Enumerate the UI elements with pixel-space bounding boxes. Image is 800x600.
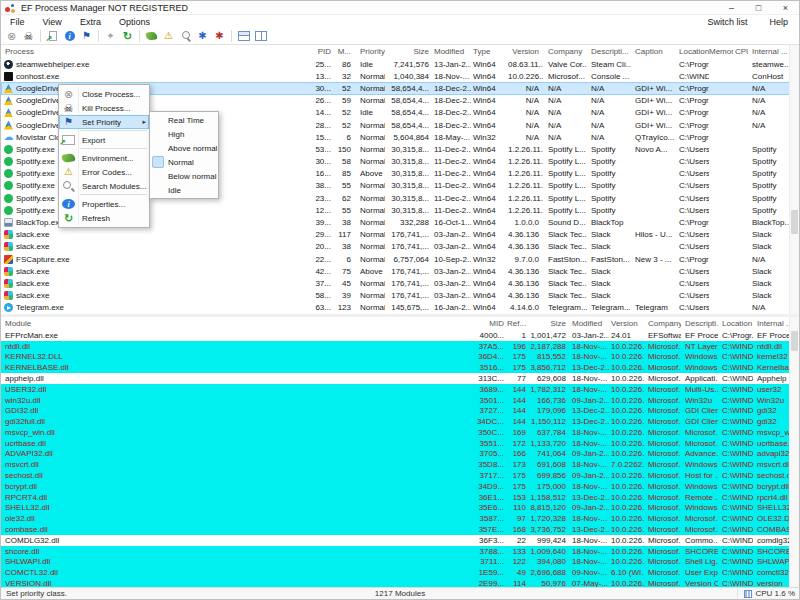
minimize-button[interactable]: – bbox=[718, 1, 745, 14]
process-vertical-scrollbar[interactable] bbox=[789, 45, 799, 314]
column-header-descripti[interactable]: Descripti... bbox=[681, 319, 718, 328]
split-horizontal-button[interactable] bbox=[235, 29, 252, 44]
kill-process-button[interactable] bbox=[20, 29, 37, 44]
menu-item-idle[interactable]: Idle bbox=[150, 183, 218, 197]
column-header-pid[interactable]: PID bbox=[291, 47, 333, 56]
module-row[interactable]: shcore.dll3788...1331,009,64018-Nov-...1… bbox=[1, 546, 799, 557]
column-header-size[interactable]: Size bbox=[529, 319, 569, 328]
menu-item-error-codes[interactable]: Error Codes... bbox=[59, 165, 149, 179]
column-header-location[interactable]: Location bbox=[718, 319, 753, 328]
menu-item-export[interactable]: Export bbox=[59, 133, 149, 147]
menu-item-normal[interactable]: Normal bbox=[150, 155, 218, 169]
column-header-size[interactable]: Size bbox=[385, 47, 431, 56]
module-row[interactable]: bcrypt.dll34D9...175175,00018-Nov-...10.… bbox=[1, 481, 799, 492]
module-row[interactable]: ucrtbase.dll3551...1721,133,72018-Nov-..… bbox=[1, 438, 799, 449]
module-row[interactable]: msvcrt.dll35D8...173691,60818-Nov-...7.0… bbox=[1, 459, 799, 470]
close-process-button[interactable] bbox=[3, 29, 20, 44]
close-button[interactable]: × bbox=[772, 1, 799, 14]
refresh-button[interactable] bbox=[119, 29, 136, 44]
split-vertical-button[interactable] bbox=[252, 29, 269, 44]
menu-file[interactable]: File bbox=[1, 17, 34, 27]
maximize-button[interactable]: □ bbox=[745, 1, 772, 14]
menu-item-real-time[interactable]: Real Time bbox=[150, 113, 218, 127]
module-row[interactable]: gdi32full.dll34DC...1441,150,11213-Dec-2… bbox=[1, 416, 799, 427]
scrollbar-thumb[interactable] bbox=[791, 331, 798, 351]
column-header-company[interactable]: Company bbox=[644, 319, 681, 328]
menu-item-properties[interactable]: Properties... bbox=[59, 197, 149, 211]
process-row[interactable]: slack.exe42...75Above n...176,741,...03-… bbox=[1, 265, 799, 277]
module-row[interactable]: EFPrcMan.exe4000...11,001,47203-Jan-2...… bbox=[1, 330, 799, 341]
pin-button[interactable] bbox=[102, 29, 119, 44]
column-header-descripti[interactable]: Descripti... bbox=[587, 47, 631, 56]
menu-help[interactable]: Help bbox=[758, 17, 799, 27]
module-row[interactable]: KERNEL32.DLL36D4...175815,55218-Nov-...1… bbox=[1, 352, 799, 363]
module-row[interactable]: COMCTL32.dll1E59...492,696,68809-Nov-...… bbox=[1, 567, 799, 578]
scrollbar-thumb[interactable] bbox=[791, 210, 798, 234]
processes-button[interactable] bbox=[194, 29, 211, 44]
column-header-memory[interactable]: Memory bbox=[709, 47, 733, 56]
menu-item-below-normal[interactable]: Below normal bbox=[150, 169, 218, 183]
menu-extra[interactable]: Extra bbox=[71, 17, 110, 27]
process-row[interactable]: Telegram.exe63...123Normal145,675,...16-… bbox=[1, 302, 799, 314]
column-header-modified[interactable]: Modified bbox=[569, 319, 609, 328]
column-header-type[interactable]: Type bbox=[471, 47, 508, 56]
process-row[interactable]: slack.exe37...45Normal176,741,...03-Jan-… bbox=[1, 277, 799, 289]
environment-button[interactable] bbox=[143, 29, 160, 44]
module-row[interactable]: ADVAPI32.dll3705...166741,06409-Jan-2...… bbox=[1, 449, 799, 460]
menu-options[interactable]: Options bbox=[110, 17, 159, 27]
cell: Microsof... bbox=[644, 514, 681, 523]
column-header-module[interactable]: Module bbox=[1, 319, 461, 328]
menu-item-search-modules[interactable]: Search Modules... bbox=[59, 179, 149, 193]
export-button[interactable] bbox=[44, 29, 61, 44]
module-row[interactable]: USER32.dll3689...1441,782,31218-Nov-...1… bbox=[1, 384, 799, 395]
process-row[interactable]: conhost.exe13...32Normal1,040,38418-Nov-… bbox=[1, 70, 799, 82]
process-row[interactable]: slack.exe20...38Normal176,741,...03-Jan-… bbox=[1, 241, 799, 253]
module-row[interactable]: apphelp.dll313C...77629,60818-Nov-...10.… bbox=[1, 373, 799, 384]
column-header-caption[interactable]: Caption bbox=[631, 47, 675, 56]
column-header-mid[interactable]: MID bbox=[461, 319, 507, 328]
column-header-version[interactable]: Version bbox=[508, 47, 543, 56]
module-row[interactable]: ntdll.dll37A5...1962,187,28818-Nov-...10… bbox=[1, 341, 799, 352]
module-row[interactable]: RPCRT4.dll36E1...1531,158,51213-Dec-2...… bbox=[1, 492, 799, 503]
menu-item-environment[interactable]: Environment... bbox=[59, 151, 149, 165]
column-header-priority[interactable]: Priority bbox=[355, 47, 385, 56]
process-row[interactable]: FSCapture.exe22...6Normal6,757,06410-Sep… bbox=[1, 253, 799, 265]
column-header-version[interactable]: Version bbox=[609, 319, 644, 328]
column-header-company[interactable]: Company bbox=[543, 47, 587, 56]
module-row[interactable]: KERNELBASE.dll3516...1753,856,71213-Dec-… bbox=[1, 362, 799, 373]
column-header-internal[interactable]: Internal ... bbox=[748, 47, 791, 56]
column-header-modified[interactable]: Modified bbox=[431, 47, 471, 56]
set-priority-button[interactable] bbox=[78, 29, 95, 44]
column-header-cpu[interactable]: CPU bbox=[733, 47, 748, 56]
process-row[interactable]: slack.exe58...39Normal176,741,...03-Jan-… bbox=[1, 290, 799, 302]
menu-item-above-normal[interactable]: Above normal bbox=[150, 141, 218, 155]
column-header-m[interactable]: M... bbox=[333, 47, 355, 56]
module-row[interactable]: ole32.dll3587...971,720,32818-Nov-...10.… bbox=[1, 513, 799, 524]
module-row[interactable]: SHLWAPI.dll3711...122394,08018-Nov-...10… bbox=[1, 556, 799, 567]
process-row[interactable]: steamwebhelper.exe25...86Idle7,241,57613… bbox=[1, 58, 799, 70]
module-row[interactable]: COMDLG32.dll36F3...22999,42418-Nov-...10… bbox=[1, 535, 799, 546]
menu-item-kill-process[interactable]: Kill Process... bbox=[59, 101, 149, 115]
modules-button[interactable] bbox=[211, 29, 228, 44]
menu-item-set-priority[interactable]: Set Priority▸ bbox=[59, 115, 149, 129]
search-modules-button[interactable] bbox=[177, 29, 194, 44]
menu-item-refresh[interactable]: Refresh bbox=[59, 211, 149, 225]
process-row[interactable]: slack.exe29...117Normal176,741,...03-Jan… bbox=[1, 229, 799, 241]
menu-item-high[interactable]: High bbox=[150, 127, 218, 141]
module-row[interactable]: win32u.dll3501...144166,73609-Jan-2...10… bbox=[1, 395, 799, 406]
module-row[interactable]: SHELL32.dll35E6...1108,815,12009-Jan-2..… bbox=[1, 503, 799, 514]
column-header-process[interactable]: Process bbox=[1, 47, 291, 56]
menu-switch-list[interactable]: Switch list bbox=[696, 17, 758, 27]
menu-item-close-process[interactable]: Close Process... bbox=[59, 87, 149, 101]
error-codes-button[interactable] bbox=[160, 29, 177, 44]
column-header-location[interactable]: Location bbox=[675, 47, 709, 56]
module-vertical-scrollbar[interactable] bbox=[789, 317, 799, 589]
module-row[interactable]: sechost.dll3717...175699,85609-Jan-2...1… bbox=[1, 470, 799, 481]
column-header-ref[interactable]: Ref... bbox=[507, 319, 529, 328]
module-row[interactable]: msvcp_win.dll350C...169637,78418-Nov-...… bbox=[1, 427, 799, 438]
properties-button[interactable] bbox=[61, 29, 78, 44]
column-header-internal[interactable]: Internal ... bbox=[753, 319, 791, 328]
menu-view[interactable]: View bbox=[34, 17, 71, 27]
module-row[interactable]: combase.dll357E...1683,736,75213-Dec-2..… bbox=[1, 524, 799, 535]
module-row[interactable]: GDI32.dll3727...144179,09613-Dec-2...10.… bbox=[1, 405, 799, 416]
